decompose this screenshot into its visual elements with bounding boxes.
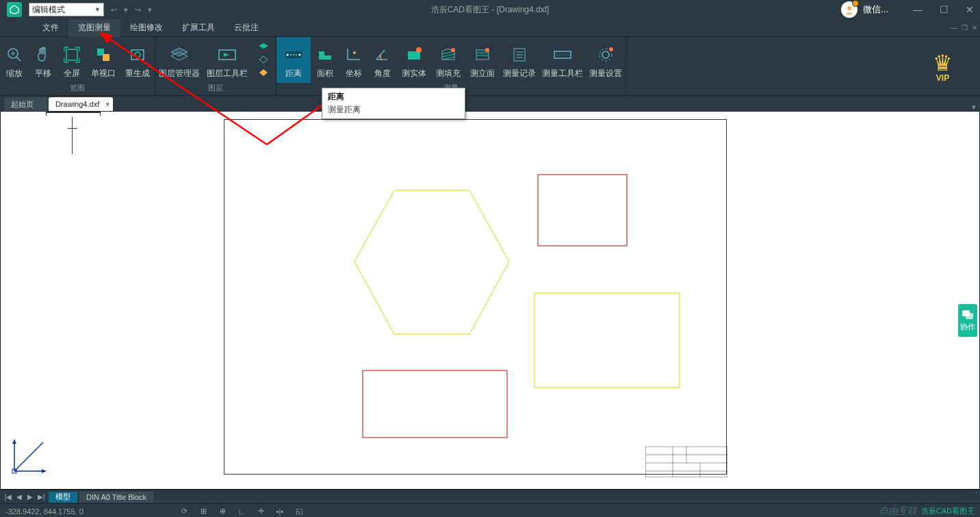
tool-regen[interactable]: 重生成	[120, 37, 155, 83]
svg-line-54	[14, 442, 43, 471]
layer-off-icon[interactable]	[257, 68, 270, 77]
mode-select-label: 编辑模式	[32, 4, 65, 16]
brand-label: 浩辰CAD看图王	[921, 506, 975, 516]
undo-icon[interactable]: ↩	[111, 5, 117, 14]
svg-marker-14	[224, 53, 229, 57]
close-icon[interactable]: ×	[105, 101, 109, 108]
svg-point-38	[602, 51, 609, 58]
tab-first-icon[interactable]: |◀	[3, 493, 14, 501]
menu-file[interactable]: 文件	[33, 19, 68, 37]
svg-point-24	[353, 51, 356, 54]
layer-iso-icon[interactable]	[257, 55, 270, 64]
vip-button[interactable]: ♛ VIP	[933, 37, 980, 95]
menu-view-measure[interactable]: 览图测量	[68, 19, 120, 37]
tool-fill[interactable]: 测填充	[431, 37, 465, 83]
tool-angle[interactable]: 角度	[368, 37, 397, 83]
tool-pan[interactable]: 平移	[29, 37, 57, 83]
tool-fullscreen[interactable]: 全屏	[57, 37, 86, 83]
svg-marker-16	[259, 56, 268, 63]
svg-rect-43	[534, 293, 680, 388]
tab-scroll-icon[interactable]: ▼	[970, 103, 977, 111]
svg-marker-57	[12, 440, 16, 444]
menu-draw-edit[interactable]: 绘图修改	[120, 19, 172, 37]
tab-drawing[interactable]: Drawing4.dxf×	[49, 97, 113, 111]
tab-next-icon[interactable]: ▶	[25, 493, 36, 501]
viewport-icon	[93, 45, 114, 65]
svg-line-3	[16, 57, 21, 61]
maximize-button[interactable]: ☐	[933, 4, 954, 15]
tool-coord[interactable]: 坐标	[339, 37, 368, 83]
ribbon: 缩放 平移 全屏 单视口 重生成 览图 图层管理	[0, 37, 980, 96]
chevron-down-icon: ▼	[94, 6, 101, 13]
menu-cloud-annot[interactable]: 云批注	[224, 19, 268, 37]
status-grid-icon[interactable]: ⊞	[197, 505, 209, 518]
quick-access-toolbar: ↩ ▾ ↪ ▾	[111, 5, 152, 14]
mdi-close-icon[interactable]: ✕	[972, 24, 977, 31]
svg-point-40	[609, 47, 613, 51]
layer-state-icon[interactable]	[257, 42, 270, 52]
collab-button[interactable]: 协作	[958, 304, 977, 337]
svg-point-26	[416, 47, 422, 53]
status-snap-icon[interactable]: ⊕	[216, 505, 229, 518]
red-rect-bottom	[362, 370, 508, 438]
window-title: 浩辰CAD看图王 - [Drawing4.dxf]	[431, 4, 550, 16]
tool-single-view[interactable]: 单视口	[86, 37, 120, 83]
fill-icon	[438, 45, 459, 65]
svg-point-1	[847, 6, 851, 10]
drawing-canvas[interactable]	[0, 111, 980, 490]
record-icon	[509, 45, 530, 65]
minimize-button[interactable]: —	[907, 4, 928, 15]
wechat-label[interactable]: 微信...	[863, 3, 888, 16]
tool-distance[interactable]: 距离	[276, 37, 311, 83]
svg-point-31	[485, 48, 489, 52]
redo-dropdown-icon[interactable]: ▾	[148, 5, 152, 14]
fullscreen-icon	[62, 45, 82, 65]
tab-start[interactable]: 起始页	[4, 97, 47, 111]
ruler-vertical	[72, 117, 73, 154]
menu-ext-tools[interactable]: 扩展工具	[172, 19, 224, 37]
layout-tab-model[interactable]: 模型	[49, 492, 77, 503]
status-refresh-icon[interactable]: ⟳	[178, 505, 190, 518]
group-layer-label: 图层	[155, 83, 276, 95]
tab-prev-icon[interactable]: ◀	[14, 493, 25, 501]
tool-layer-toolbar[interactable]: 图层工具栏	[203, 37, 251, 83]
tool-area[interactable]: 面积	[311, 37, 339, 83]
tool-measure-settings[interactable]: 测量设置	[586, 37, 626, 83]
zoom-icon	[4, 45, 25, 65]
crown-icon: ♛	[933, 50, 953, 76]
layer-toolbar-icon	[217, 45, 237, 65]
redo-icon[interactable]: ↪	[135, 5, 141, 14]
tab-last-icon[interactable]: ▶|	[36, 493, 47, 501]
mdi-restore-icon[interactable]: ❐	[962, 24, 968, 31]
tool-entity[interactable]: 测实体	[397, 37, 431, 83]
tool-elevation[interactable]: 测立面	[465, 37, 500, 83]
status-osnap-icon[interactable]: ▪|▪	[274, 505, 286, 518]
mdi-minimize-icon[interactable]: —	[951, 24, 957, 31]
distance-icon	[283, 45, 304, 65]
close-button[interactable]: ✕	[959, 4, 980, 15]
status-ortho-icon[interactable]: ∟	[235, 505, 248, 518]
svg-rect-6	[66, 49, 77, 60]
svg-marker-41	[354, 190, 509, 334]
svg-rect-8	[103, 54, 109, 61]
tool-layer-manager[interactable]: 图层管理器	[155, 37, 203, 83]
layout-tab-1[interactable]: DIN A0 Title Block	[79, 492, 153, 503]
tool-zoom[interactable]: 缩放	[0, 37, 29, 83]
document-tabs: 起始页 Drawing4.dxf× ▼	[0, 96, 980, 111]
status-select-icon[interactable]: ◱	[293, 505, 305, 518]
svg-marker-0	[10, 5, 18, 14]
mode-select[interactable]: 编辑模式 ▼	[29, 3, 104, 16]
user-avatar[interactable]	[841, 1, 858, 18]
svg-rect-62	[966, 313, 973, 319]
status-coords: -328.9422, 844.1755, 0	[5, 507, 83, 516]
svg-marker-15	[259, 43, 268, 49]
tool-measure-record[interactable]: 测量记录	[500, 37, 539, 83]
title-block	[645, 446, 727, 477]
angle-icon	[372, 45, 393, 65]
svg-marker-56	[42, 469, 46, 473]
tool-measure-toolbar[interactable]: 测量工具栏	[539, 37, 586, 83]
measure-toolbar-icon	[552, 45, 573, 65]
menu-bar: 文件 览图测量 绘图修改 扩展工具 云批注 — ❐ ✕	[0, 19, 980, 37]
undo-dropdown-icon[interactable]: ▾	[124, 5, 128, 14]
status-polar-icon[interactable]: ✛	[255, 505, 267, 518]
